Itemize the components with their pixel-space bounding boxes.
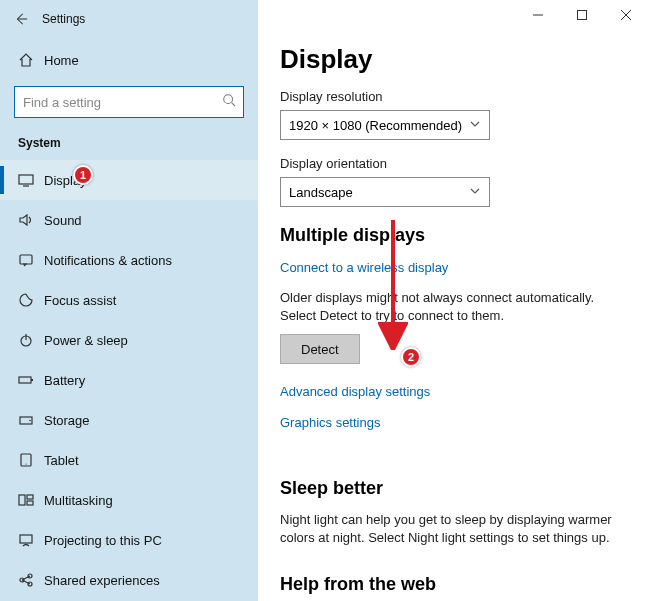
search-icon bbox=[222, 93, 236, 111]
svg-rect-12 bbox=[27, 501, 33, 505]
sidebar-item-label: Storage bbox=[44, 413, 90, 428]
multitasking-icon bbox=[18, 492, 44, 508]
orientation-value: Landscape bbox=[289, 185, 353, 200]
window-controls bbox=[516, 0, 648, 30]
svg-rect-5 bbox=[31, 379, 33, 381]
sound-icon bbox=[18, 212, 44, 228]
multi-displays-heading: Multiple displays bbox=[280, 225, 626, 246]
projecting-icon bbox=[18, 532, 44, 548]
page-title: Display bbox=[280, 44, 626, 75]
home-label: Home bbox=[44, 53, 79, 68]
svg-point-0 bbox=[224, 95, 233, 104]
sidebar-item-label: Sound bbox=[44, 213, 82, 228]
sidebar-item-label: Notifications & actions bbox=[44, 253, 172, 268]
resolution-label: Display resolution bbox=[280, 89, 626, 104]
detect-button[interactable]: Detect bbox=[280, 334, 360, 364]
sidebar: Settings Home System Display Sound Notif… bbox=[0, 0, 258, 601]
sidebar-item-power[interactable]: Power & sleep bbox=[0, 320, 258, 360]
home-icon bbox=[18, 52, 44, 68]
focus-icon bbox=[18, 292, 44, 308]
sleep-heading: Sleep better bbox=[280, 478, 626, 499]
close-button[interactable] bbox=[604, 0, 648, 30]
svg-rect-1 bbox=[19, 175, 33, 184]
sidebar-item-label: Power & sleep bbox=[44, 333, 128, 348]
battery-icon bbox=[18, 372, 44, 388]
sidebar-item-focus[interactable]: Focus assist bbox=[0, 280, 258, 320]
help-heading: Help from the web bbox=[280, 574, 626, 595]
app-title: Settings bbox=[42, 12, 85, 26]
storage-icon bbox=[18, 412, 44, 428]
sidebar-item-battery[interactable]: Battery bbox=[0, 360, 258, 400]
svg-rect-11 bbox=[27, 495, 33, 499]
titlebar: Settings bbox=[0, 0, 258, 38]
chevron-down-icon bbox=[469, 185, 481, 200]
resolution-value: 1920 × 1080 (Recommended) bbox=[289, 118, 462, 133]
graphics-settings-link[interactable]: Graphics settings bbox=[280, 415, 380, 430]
shared-icon bbox=[18, 572, 44, 588]
category-label: System bbox=[0, 136, 258, 160]
sidebar-item-sound[interactable]: Sound bbox=[0, 200, 258, 240]
home-nav[interactable]: Home bbox=[0, 42, 258, 78]
orientation-label: Display orientation bbox=[280, 156, 626, 171]
sidebar-item-label: Battery bbox=[44, 373, 85, 388]
advanced-display-link[interactable]: Advanced display settings bbox=[280, 384, 430, 399]
minimize-button[interactable] bbox=[516, 0, 560, 30]
svg-rect-19 bbox=[578, 11, 587, 20]
tablet-icon bbox=[18, 452, 44, 468]
svg-point-9 bbox=[25, 463, 26, 464]
sidebar-item-tablet[interactable]: Tablet bbox=[0, 440, 258, 480]
callout-1: 1 bbox=[73, 165, 93, 185]
notifications-icon bbox=[18, 252, 44, 268]
sidebar-item-label: Tablet bbox=[44, 453, 79, 468]
sidebar-item-notifications[interactable]: Notifications & actions bbox=[0, 240, 258, 280]
maximize-button[interactable] bbox=[560, 0, 604, 30]
back-icon[interactable] bbox=[0, 0, 42, 38]
sidebar-item-multitasking[interactable]: Multitasking bbox=[0, 480, 258, 520]
older-displays-text: Older displays might not always connect … bbox=[280, 289, 626, 324]
svg-rect-2 bbox=[20, 255, 32, 264]
connect-wireless-link[interactable]: Connect to a wireless display bbox=[280, 260, 448, 275]
svg-rect-10 bbox=[19, 495, 25, 505]
sidebar-item-label: Projecting to this PC bbox=[44, 533, 162, 548]
sidebar-item-projecting[interactable]: Projecting to this PC bbox=[0, 520, 258, 560]
resolution-select[interactable]: 1920 × 1080 (Recommended) bbox=[280, 110, 490, 140]
callout-2: 2 bbox=[401, 347, 421, 367]
search-wrap bbox=[14, 86, 244, 118]
sidebar-item-display[interactable]: Display bbox=[0, 160, 258, 200]
orientation-select[interactable]: Landscape bbox=[280, 177, 490, 207]
content: Display Display resolution 1920 × 1080 (… bbox=[258, 0, 648, 601]
sidebar-item-storage[interactable]: Storage bbox=[0, 400, 258, 440]
sidebar-item-shared[interactable]: Shared experiences bbox=[0, 560, 258, 600]
svg-rect-13 bbox=[20, 535, 32, 543]
chevron-down-icon bbox=[469, 118, 481, 133]
sidebar-item-label: Shared experiences bbox=[44, 573, 160, 588]
main: Display Display resolution 1920 × 1080 (… bbox=[258, 0, 648, 601]
svg-point-7 bbox=[29, 420, 31, 422]
sidebar-item-label: Multitasking bbox=[44, 493, 113, 508]
display-icon bbox=[18, 172, 44, 188]
svg-rect-4 bbox=[19, 377, 31, 383]
search-input[interactable] bbox=[14, 86, 244, 118]
sleep-text: Night light can help you get to sleep by… bbox=[280, 511, 626, 546]
power-icon bbox=[18, 332, 44, 348]
sidebar-item-label: Focus assist bbox=[44, 293, 116, 308]
annotation-arrow bbox=[378, 220, 408, 350]
